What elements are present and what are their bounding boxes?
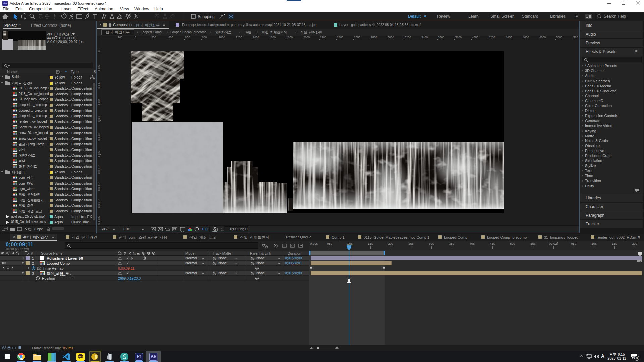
svg-text:40s: 40s [469,242,475,245]
svg-text:05s: 05s [571,242,576,245]
svg-text:2600: 2600 [354,36,360,39]
svg-text:3200: 3200 [405,36,411,39]
svg-text:fx: fx [133,251,136,255]
svg-text:3400: 3400 [421,36,428,39]
svg-text:1400: 1400 [253,36,259,39]
svg-text:Snapping: Snapping [198,14,215,19]
svg-text:2200: 2200 [320,36,326,39]
svg-text:4000: 4000 [472,36,478,39]
svg-text:20s: 20s [632,242,637,245]
svg-text:4400: 4400 [506,36,512,39]
svg-text:00:02f: 00:02f [549,242,558,245]
svg-text:600: 600 [98,98,100,106]
svg-text:1400: 1400 [98,165,100,175]
svg-text:4200: 4200 [489,36,495,39]
svg-text:fx: fx [131,256,134,260]
svg-text:1200: 1200 [236,36,242,39]
svg-text:200: 200 [151,36,156,39]
svg-text:1200: 1200 [98,148,100,158]
svg-text:Duration: Duration [288,251,301,255]
svg-text:200: 200 [98,64,100,72]
svg-text:#: # [31,251,33,255]
svg-text:15s: 15s [368,242,373,245]
svg-text:3600: 3600 [438,36,444,39]
svg-text:1000: 1000 [219,36,225,39]
svg-text:2800: 2800 [371,36,377,39]
svg-text:600: 600 [185,36,190,39]
svg-text:0:00s: 0:00s [310,242,318,245]
svg-text:50s: 50s [510,242,515,245]
svg-text:Parent & Link: Parent & Link [250,251,271,255]
svg-text:4800: 4800 [539,36,546,39]
svg-text:Source Name: Source Name [41,251,62,255]
svg-text:45s: 45s [490,242,495,245]
svg-text:1800: 1800 [98,199,100,209]
svg-text:0: 0 [135,36,136,39]
svg-text:0: 0 [98,50,100,53]
svg-text:55s: 55s [530,242,536,245]
svg-text:25s: 25s [408,242,414,245]
svg-text:2400: 2400 [337,36,343,39]
svg-text:05s: 05s [327,242,332,245]
svg-text:3000: 3000 [388,36,394,39]
svg-text:10s: 10s [591,242,597,245]
svg-text:400: 400 [98,82,100,89]
svg-text:800: 800 [98,115,100,123]
svg-text:400: 400 [168,36,173,39]
svg-text:1600: 1600 [98,182,100,192]
svg-text:200: 200 [118,36,122,39]
svg-text:35s: 35s [449,242,454,245]
svg-text:Track Matte: Track Matte [213,251,231,255]
svg-text:20s: 20s [388,242,393,245]
svg-text:TALK: TALK [78,355,83,357]
svg-text:5200: 5200 [573,36,578,39]
svg-text:15s: 15s [612,242,617,245]
svg-text:1000: 1000 [98,131,100,141]
svg-text:800: 800 [202,36,207,39]
svg-text:30s: 30s [429,242,434,245]
svg-text:3800: 3800 [455,36,462,39]
svg-text:2000: 2000 [303,36,310,39]
svg-text:5000: 5000 [556,36,562,39]
svg-text:4600: 4600 [523,36,529,39]
svg-text:T: T [208,251,210,255]
svg-text:Mode: Mode [185,251,194,255]
svg-text:8 bpc: 8 bpc [34,227,43,231]
svg-text:2000: 2000 [98,215,100,225]
svg-text:1600: 1600 [269,36,276,39]
svg-text:1800: 1800 [286,36,293,39]
